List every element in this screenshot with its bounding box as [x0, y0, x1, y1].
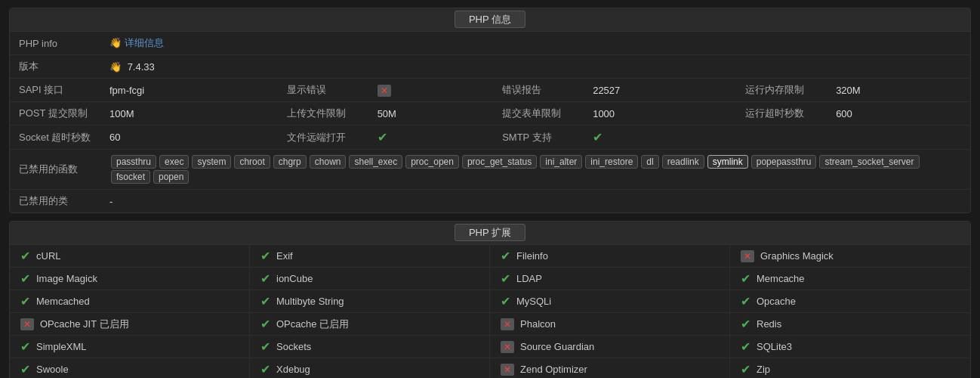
version-icon: 👋	[109, 61, 122, 73]
check-true-icon: ✔	[593, 131, 602, 144]
row-value: 👋 详细信息	[100, 32, 970, 55]
extension-name: Redis	[757, 318, 781, 330]
check-true-icon: ✔	[260, 339, 270, 354]
extension-cell: ✔Fileinfo	[490, 245, 730, 268]
extension-cell: ✔Redis	[730, 313, 970, 336]
extension-cell: ✔Multibyte String	[250, 290, 490, 313]
check-true-icon: ✔	[20, 362, 30, 376]
extensions-grid: ✔cURL✔Exif✔Fileinfo✕Graphics Magick✔Imag…	[10, 245, 970, 378]
table-row: Socket 超时秒数 60 文件远端打开 ✔ SMTP 支持 ✔	[10, 125, 970, 150]
extension-cell: ✔ionCube	[250, 268, 490, 290]
php-info-link[interactable]: 详细信息	[125, 37, 164, 48]
disabled-functions-value: passthruexecsystemchrootchgrpchownshell_…	[100, 150, 970, 190]
extension-cell: ✔LDAP	[490, 268, 730, 290]
extension-cell: ✕Phalcon	[490, 313, 730, 336]
socket-timeout-value: 60	[100, 125, 278, 150]
extension-cell: ✔Memcache	[730, 268, 970, 290]
row-label: 文件远端打开	[278, 125, 368, 150]
extension-cell: ✔MySQLi	[490, 290, 730, 313]
extension-name: MySQLi	[516, 296, 551, 307]
disabled-function-tag: exec	[159, 155, 189, 169]
extension-cell: ✔SQLite3	[730, 336, 970, 358]
check-true-icon: ✔	[260, 317, 270, 331]
check-true-icon: ✔	[741, 271, 750, 286]
check-true-icon: ✔	[20, 294, 30, 308]
row-label: POST 提交限制	[10, 102, 100, 125]
row-label: 错误报告	[493, 79, 584, 102]
extension-name: OPcache 已启用	[276, 318, 349, 331]
extension-name: Graphics Magick	[760, 250, 834, 262]
empty-value	[827, 125, 970, 150]
disabled-function-tag: proc_open	[405, 155, 459, 169]
smtp-value: ✔	[584, 125, 736, 150]
extension-name: Multibyte String	[276, 296, 344, 307]
check-true-icon: ✔	[378, 131, 387, 144]
extension-cell: ✔Sockets	[250, 336, 490, 358]
disabled-function-tag: symlink	[707, 155, 748, 169]
row-label: 上传文件限制	[278, 102, 368, 125]
extension-cell: ✔Swoole	[10, 358, 250, 378]
extension-cell: ✕Graphics Magick	[730, 245, 970, 268]
check-false-icon: ✕	[501, 341, 514, 353]
extension-cell: ✔Opcache	[730, 290, 970, 313]
extension-cell: ✕Source Guardian	[490, 336, 730, 358]
check-false-icon: ✕	[741, 250, 754, 262]
post-limit-value: 100M	[100, 102, 278, 125]
check-false-icon: ✕	[20, 318, 34, 330]
extension-name: Swoole	[36, 364, 69, 375]
error-reporting-value: 22527	[584, 79, 736, 102]
table-row: PHP info 👋 详细信息	[10, 32, 970, 55]
check-true-icon: ✔	[741, 339, 750, 354]
extension-name: Memcached	[36, 296, 90, 307]
disabled-classes-value: -	[100, 190, 970, 213]
extension-cell: ✔Exif	[250, 245, 490, 268]
disabled-function-tag: popen	[153, 170, 189, 184]
row-label: 提交表单限制	[493, 102, 584, 125]
disabled-function-tag: stream_socket_server	[819, 155, 919, 169]
php-ext-title: PHP 扩展	[455, 224, 525, 241]
disabled-function-tag: readlink	[662, 155, 704, 169]
php-ext-header: PHP 扩展	[10, 222, 970, 245]
disabled-function-tag: dl	[641, 155, 658, 169]
check-true-icon: ✔	[501, 271, 510, 286]
check-false-icon: ✕	[501, 318, 514, 330]
php-info-title: PHP 信息	[455, 11, 525, 28]
check-true-icon: ✔	[20, 271, 30, 286]
extension-name: Opcache	[757, 296, 796, 307]
extension-cell: ✕OPcache JIT 已启用	[10, 313, 250, 336]
row-label: Socket 超时秒数	[10, 125, 100, 150]
sapi-value: fpm-fcgi	[100, 79, 278, 102]
extension-cell: ✔SimpleXML	[10, 336, 250, 358]
php-info-table: PHP info 👋 详细信息 版本 👋 7.4.33 SAPI 接口 fpm-…	[10, 32, 970, 212]
table-row: 已禁用的类 -	[10, 190, 970, 213]
extension-name: Zend Optimizer	[520, 364, 587, 375]
table-row: SAPI 接口 fpm-fcgi 显示错误 ✕ 错误报告 22527 运行内存限…	[10, 79, 970, 102]
php-info-icon: 👋	[109, 37, 122, 48]
check-true-icon: ✔	[741, 362, 750, 376]
php-ext-section: PHP 扩展 ✔cURL✔Exif✔Fileinfo✕Graphics Magi…	[9, 221, 971, 378]
extension-name: Exif	[276, 250, 293, 262]
check-true-icon: ✔	[501, 294, 510, 308]
extension-name: SQLite3	[757, 341, 792, 352]
extension-cell: ✕Zend Optimizer	[490, 358, 730, 378]
version-value: 7.4.33	[128, 61, 155, 73]
row-label: 版本	[10, 55, 100, 79]
extension-name: Source Guardian	[520, 341, 594, 352]
extension-name: Sockets	[276, 341, 311, 352]
extension-cell: ✔Xdebug	[250, 358, 490, 378]
timeout-value: 600	[827, 102, 970, 125]
extension-name: Phalcon	[520, 318, 556, 330]
php-info-section: PHP 信息 PHP info 👋 详细信息 版本 👋 7.4.33	[9, 8, 971, 213]
check-true-icon: ✔	[260, 249, 270, 263]
form-limit-value: 1000	[584, 102, 736, 125]
extension-cell: ✔Memcached	[10, 290, 250, 313]
row-label: SAPI 接口	[10, 79, 100, 102]
check-true-icon: ✔	[260, 362, 270, 376]
disabled-function-tag: shell_exec	[349, 155, 402, 169]
check-false-icon: ✕	[378, 85, 391, 97]
table-row: 版本 👋 7.4.33	[10, 55, 970, 79]
check-true-icon: ✔	[260, 294, 270, 308]
disabled-function-tag: fsocket	[111, 170, 150, 184]
row-label	[736, 125, 827, 150]
extension-cell: ✔Image Magick	[10, 268, 250, 290]
